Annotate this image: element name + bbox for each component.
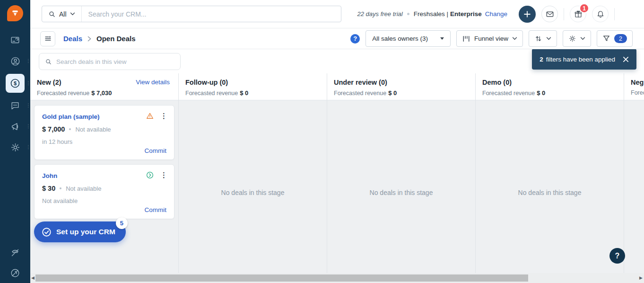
- toast-message: filters have been applied: [546, 56, 615, 63]
- deal-title-link[interactable]: Gold plan (sample): [42, 113, 100, 120]
- deal-title-link[interactable]: John: [42, 172, 57, 179]
- quick-add-button[interactable]: [519, 6, 536, 23]
- drag-handle-icon[interactable]: ⋮: [26, 59, 31, 63]
- chevron-down-icon: [580, 37, 585, 40]
- filters-button[interactable]: 2: [597, 30, 633, 47]
- sidebar-item-contacts[interactable]: ⋮: [6, 53, 25, 69]
- phone-disabled-icon: [9, 247, 21, 258]
- deal-search-box: [39, 53, 181, 70]
- empty-stage-message: No deals in this stage: [179, 189, 327, 196]
- stage-forecast: Forecasted revenue$ 0: [334, 89, 468, 97]
- empty-stage-message: No deals in this stage: [327, 189, 475, 196]
- applied-filters-count-badge: 2: [614, 34, 627, 43]
- view-help-button[interactable]: ?: [350, 34, 360, 44]
- drag-handle-icon[interactable]: ⋮: [26, 103, 31, 108]
- filters-applied-toast: 2 filters have been applied: [532, 49, 636, 70]
- gear-icon: [568, 35, 576, 43]
- board-settings-button[interactable]: [563, 30, 591, 47]
- drag-handle-icon[interactable]: ⋮: [26, 145, 31, 150]
- whats-new-button[interactable]: 1: [570, 6, 586, 22]
- view-type-selector[interactable]: Funnel view: [456, 30, 523, 47]
- deal-close-date: Not available: [42, 197, 166, 204]
- caret-down-icon: [440, 37, 444, 40]
- toast-filter-count: 2: [540, 56, 543, 63]
- chevron-down-icon: [546, 37, 551, 40]
- stage-header: New (2) View details Forecasted revenue$…: [30, 73, 178, 100]
- sort-button[interactable]: [529, 30, 557, 47]
- bell-icon: [596, 10, 605, 18]
- deal-card-john[interactable]: John ⋮ $ 30 Not available Not available …: [34, 164, 174, 219]
- scroll-right-icon[interactable]: ▶: [639, 275, 643, 280]
- email-button[interactable]: [541, 6, 558, 22]
- sidebar-item-settings[interactable]: ⋮: [6, 139, 25, 155]
- contacts-icon: [10, 56, 21, 67]
- kebab-menu-icon[interactable]: ⋮: [160, 172, 167, 178]
- freshworks-logo-icon[interactable]: [7, 5, 23, 21]
- deal-availability: Not available: [75, 126, 111, 133]
- stage-column-new: New (2) View details Forecasted revenue$…: [30, 73, 179, 273]
- close-icon[interactable]: [623, 56, 629, 62]
- sidebar-item-dashboard[interactable]: [6, 32, 25, 48]
- stage-body: No deals in this stage: [327, 100, 475, 273]
- notifications-button[interactable]: [592, 6, 609, 22]
- search-scope-selector[interactable]: All: [42, 6, 82, 22]
- sidebar-item-marketing[interactable]: ⋮: [6, 118, 25, 134]
- product-name: Freshsales |: [414, 10, 448, 18]
- stage-forecast-amount: $ 7,030: [91, 89, 112, 97]
- collapse-view-toggle[interactable]: [40, 31, 55, 46]
- scroll-left-icon[interactable]: ◀: [31, 275, 35, 280]
- freddy-disabled-icon[interactable]: [6, 266, 25, 280]
- sales-owners-filter[interactable]: All sales owners (3): [366, 30, 451, 47]
- megaphone-icon: [10, 121, 21, 132]
- deal-search-input[interactable]: [56, 58, 174, 65]
- breadcrumb-deals-link[interactable]: Deals: [63, 35, 82, 43]
- view-details-link[interactable]: View details: [136, 79, 170, 86]
- setup-crm-button[interactable]: Set up your CRM 5: [34, 221, 126, 242]
- search-icon: [48, 10, 56, 18]
- breadcrumb: Deals Open Deals: [63, 35, 136, 43]
- search-icon: [45, 58, 52, 65]
- sidebar-item-deals[interactable]: $ ⋮: [6, 74, 25, 93]
- notification-count-badge: 1: [579, 3, 589, 13]
- funnel-view-icon: [462, 35, 470, 43]
- global-search-input[interactable]: [82, 10, 341, 18]
- dot-separator: [69, 128, 71, 130]
- stage-body: No deals in this stage: [476, 100, 624, 273]
- drag-handle-icon[interactable]: ⋮: [26, 81, 31, 86]
- change-plan-link[interactable]: Change: [485, 10, 507, 18]
- deal-card-gold-plan[interactable]: Gold plan (sample) ⋮ $ 7,000 Not availab…: [34, 105, 174, 160]
- chevron-down-icon: [70, 12, 75, 16]
- divider: [564, 8, 564, 20]
- horizontal-scrollbar[interactable]: ◀ ▶: [30, 273, 644, 283]
- sales-owners-label: All sales owners (3): [372, 35, 428, 42]
- mail-icon: [546, 10, 554, 18]
- commit-link[interactable]: Commit: [145, 147, 167, 154]
- drag-handle-icon[interactable]: ⋮: [26, 124, 31, 129]
- global-search: All: [42, 6, 341, 22]
- deal-amount: $ 30: [42, 185, 55, 192]
- check-circle-icon: [42, 227, 52, 237]
- list-toggle-icon: [44, 35, 52, 43]
- deal-availability: Not available: [66, 185, 101, 192]
- stage-forecast: Forecasted revenue$ 7,030: [37, 89, 171, 97]
- help-fab-button[interactable]: ?: [609, 248, 625, 264]
- stage-column-under-review: Under review (0) Forecasted revenue$ 0 N…: [327, 73, 476, 273]
- setup-crm-label: Set up your CRM: [56, 228, 115, 236]
- stage-body: Gold plan (sample) ⋮ $ 7,000 Not availab…: [30, 100, 178, 273]
- stage-header: Under review (0) Forecasted revenue$ 0: [327, 73, 475, 100]
- stage-title: Demo (0): [482, 79, 512, 86]
- view-type-label: Funnel view: [474, 35, 508, 42]
- stage-body: No deals in this stage: [179, 100, 327, 273]
- stage-title: New (2): [37, 79, 61, 86]
- scrollbar-thumb[interactable]: [35, 274, 528, 282]
- sidebar-item-phone[interactable]: [6, 246, 25, 260]
- plus-icon: [523, 10, 531, 18]
- kebab-menu-icon[interactable]: ⋮: [160, 113, 167, 119]
- divider: [614, 8, 615, 20]
- setup-steps-badge: 5: [116, 217, 128, 229]
- commit-link[interactable]: Commit: [145, 206, 167, 213]
- stage-header: Follow-up (0) Forecasted revenue$ 0: [179, 73, 327, 100]
- svg-text:$: $: [14, 80, 17, 86]
- deal-amount: $ 7,000: [42, 125, 65, 133]
- sidebar-item-conversations[interactable]: ⋮: [6, 97, 25, 114]
